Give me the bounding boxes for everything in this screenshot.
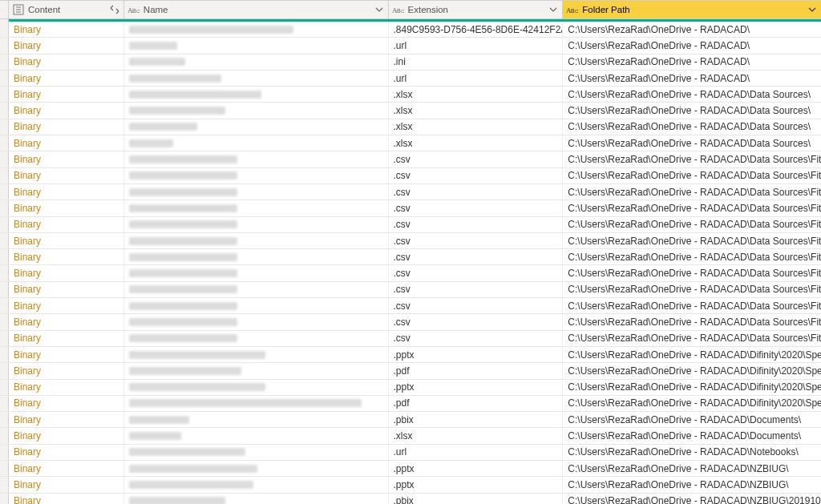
cell-name[interactable] — [124, 412, 389, 427]
cell-folder-path[interactable]: C:\Users\RezaRad\OneDrive - RADACAD\NZBI… — [563, 477, 821, 492]
cell-folder-path[interactable]: C:\Users\RezaRad\OneDrive - RADACAD\Docu… — [563, 428, 821, 443]
cell-folder-path[interactable]: C:\Users\RezaRad\OneDrive - RADACAD\Data… — [563, 298, 821, 313]
cell-content[interactable]: Binary — [9, 151, 124, 167]
cell-name[interactable] — [124, 282, 389, 297]
cell-name[interactable] — [124, 71, 389, 86]
cell-extension[interactable]: .pptx — [389, 477, 564, 492]
table-row[interactable]: Binary.urlC:\Users\RezaRad\OneDrive - RA… — [0, 38, 821, 54]
cell-name[interactable] — [124, 380, 389, 395]
cell-folder-path[interactable]: C:\Users\RezaRad\OneDrive - RADACAD\Docu… — [563, 412, 821, 427]
cell-folder-path[interactable]: C:\Users\RezaRad\OneDrive - RADACAD\NZBI… — [563, 494, 821, 504]
table-row[interactable]: Binary.csvC:\Users\RezaRad\OneDrive - RA… — [0, 249, 821, 265]
cell-content[interactable]: Binary — [9, 298, 124, 313]
cell-folder-path[interactable]: C:\Users\RezaRad\OneDrive - RADACAD\ — [563, 22, 821, 37]
cell-folder-path[interactable]: C:\Users\RezaRad\OneDrive - RADACAD\Data… — [563, 314, 821, 329]
cell-extension[interactable]: .csv — [389, 249, 564, 264]
cell-content[interactable]: Binary — [9, 54, 124, 70]
cell-name[interactable] — [124, 265, 389, 280]
cell-extension[interactable]: .pbix — [389, 494, 564, 504]
cell-content[interactable]: Binary — [9, 282, 124, 297]
cell-extension[interactable]: .csv — [389, 282, 564, 297]
table-row[interactable]: Binary.csvC:\Users\RezaRad\OneDrive - RA… — [0, 217, 821, 233]
cell-name[interactable] — [124, 363, 389, 378]
cell-name[interactable] — [124, 168, 389, 183]
cell-folder-path[interactable]: C:\Users\RezaRad\OneDrive - RADACAD\Difi… — [563, 363, 821, 378]
filter-dropdown-icon[interactable] — [374, 4, 385, 15]
cell-extension[interactable]: .csv — [389, 314, 564, 329]
table-row[interactable]: Binary.xlsxC:\Users\RezaRad\OneDrive - R… — [0, 135, 821, 151]
cell-folder-path[interactable]: C:\Users\RezaRad\OneDrive - RADACAD\Data… — [563, 151, 821, 167]
cell-content[interactable]: Binary — [9, 103, 124, 118]
cell-folder-path[interactable]: C:\Users\RezaRad\OneDrive - RADACAD\Data… — [563, 103, 821, 118]
cell-content[interactable]: Binary — [9, 217, 124, 232]
cell-content[interactable]: Binary — [9, 233, 124, 248]
cell-extension[interactable]: .csv — [389, 265, 564, 280]
table-row[interactable]: Binary.csvC:\Users\RezaRad\OneDrive - RA… — [0, 314, 821, 330]
cell-extension[interactable]: .csv — [389, 331, 564, 346]
cell-extension[interactable]: .xlsx — [389, 103, 564, 118]
cell-name[interactable] — [124, 200, 389, 216]
table-row[interactable]: Binary.pdfC:\Users\RezaRad\OneDrive - RA… — [0, 363, 821, 379]
cell-content[interactable]: Binary — [9, 412, 124, 427]
cell-extension[interactable]: .pdf — [389, 363, 564, 378]
cell-folder-path[interactable]: C:\Users\RezaRad\OneDrive - RADACAD\Data… — [563, 200, 821, 216]
cell-folder-path[interactable]: C:\Users\RezaRad\OneDrive - RADACAD\Data… — [563, 87, 821, 102]
table-row[interactable]: Binary.csvC:\Users\RezaRad\OneDrive - RA… — [0, 265, 821, 281]
column-header-name[interactable]: ABC Name — [124, 1, 389, 18]
column-header-extension[interactable]: ABC Extension — [389, 1, 564, 18]
cell-folder-path[interactable]: C:\Users\RezaRad\OneDrive - RADACAD\NZBI… — [563, 461, 821, 476]
cell-folder-path[interactable]: C:\Users\RezaRad\OneDrive - RADACAD\Difi… — [563, 396, 821, 411]
cell-name[interactable] — [124, 314, 389, 329]
table-row[interactable]: Binary.pptxC:\Users\RezaRad\OneDrive - R… — [0, 461, 821, 477]
cell-name[interactable] — [124, 396, 389, 411]
cell-name[interactable] — [124, 428, 389, 443]
table-row[interactable]: Binary.xlsxC:\Users\RezaRad\OneDrive - R… — [0, 87, 821, 103]
cell-extension[interactable]: .pptx — [389, 461, 564, 476]
cell-extension[interactable]: .ini — [389, 54, 564, 70]
cell-name[interactable] — [124, 54, 389, 70]
cell-content[interactable]: Binary — [9, 87, 124, 102]
cell-content[interactable]: Binary — [9, 445, 124, 460]
cell-name[interactable] — [124, 347, 389, 362]
cell-folder-path[interactable]: C:\Users\RezaRad\OneDrive - RADACAD\Data… — [563, 233, 821, 248]
cell-extension[interactable]: .849C9593-D756-4E56-8D6E-42412F2A70… — [389, 22, 564, 37]
cell-content[interactable]: Binary — [9, 363, 124, 378]
cell-extension[interactable]: .csv — [389, 217, 564, 232]
table-row[interactable]: Binary.pptxC:\Users\RezaRad\OneDrive - R… — [0, 380, 821, 396]
cell-extension[interactable]: .url — [389, 38, 564, 53]
cell-name[interactable] — [124, 151, 389, 167]
cell-folder-path[interactable]: C:\Users\RezaRad\OneDrive - RADACAD\Data… — [563, 282, 821, 297]
cell-content[interactable]: Binary — [9, 38, 124, 53]
cell-content[interactable]: Binary — [9, 314, 124, 329]
cell-extension[interactable]: .csv — [389, 200, 564, 216]
table-row[interactable]: Binary.csvC:\Users\RezaRad\OneDrive - RA… — [0, 233, 821, 249]
cell-name[interactable] — [124, 298, 389, 313]
cell-content[interactable]: Binary — [9, 347, 124, 362]
cell-folder-path[interactable]: C:\Users\RezaRad\OneDrive - RADACAD\Data… — [563, 119, 821, 135]
cell-content[interactable]: Binary — [9, 71, 124, 86]
table-row[interactable]: Binary.xlsxC:\Users\RezaRad\OneDrive - R… — [0, 119, 821, 135]
cell-folder-path[interactable]: C:\Users\RezaRad\OneDrive - RADACAD\Data… — [563, 249, 821, 264]
cell-folder-path[interactable]: C:\Users\RezaRad\OneDrive - RADACAD\ — [563, 38, 821, 53]
cell-content[interactable]: Binary — [9, 168, 124, 183]
table-row[interactable]: Binary.csvC:\Users\RezaRad\OneDrive - RA… — [0, 298, 821, 314]
cell-extension[interactable]: .pbix — [389, 412, 564, 427]
cell-name[interactable] — [124, 445, 389, 460]
table-row[interactable]: Binary.pdfC:\Users\RezaRad\OneDrive - RA… — [0, 396, 821, 412]
cell-folder-path[interactable]: C:\Users\RezaRad\OneDrive - RADACAD\ — [563, 54, 821, 70]
table-row[interactable]: Binary.pbixC:\Users\RezaRad\OneDrive - R… — [0, 494, 821, 504]
cell-extension[interactable]: .csv — [389, 151, 564, 167]
cell-content[interactable]: Binary — [9, 22, 124, 37]
cell-name[interactable] — [124, 461, 389, 476]
column-header-content[interactable]: Content — [9, 1, 124, 18]
table-row[interactable]: Binary.urlC:\Users\RezaRad\OneDrive - RA… — [0, 445, 821, 461]
cell-extension[interactable]: .xlsx — [389, 428, 564, 443]
cell-content[interactable]: Binary — [9, 265, 124, 280]
table-row[interactable]: Binary.pbixC:\Users\RezaRad\OneDrive - R… — [0, 412, 821, 428]
cell-content[interactable]: Binary — [9, 119, 124, 135]
cell-extension[interactable]: .csv — [389, 168, 564, 183]
table-row[interactable]: Binary.xlsxC:\Users\RezaRad\OneDrive - R… — [0, 428, 821, 444]
cell-extension[interactable]: .pptx — [389, 347, 564, 362]
cell-content[interactable]: Binary — [9, 200, 124, 216]
cell-name[interactable] — [124, 249, 389, 264]
